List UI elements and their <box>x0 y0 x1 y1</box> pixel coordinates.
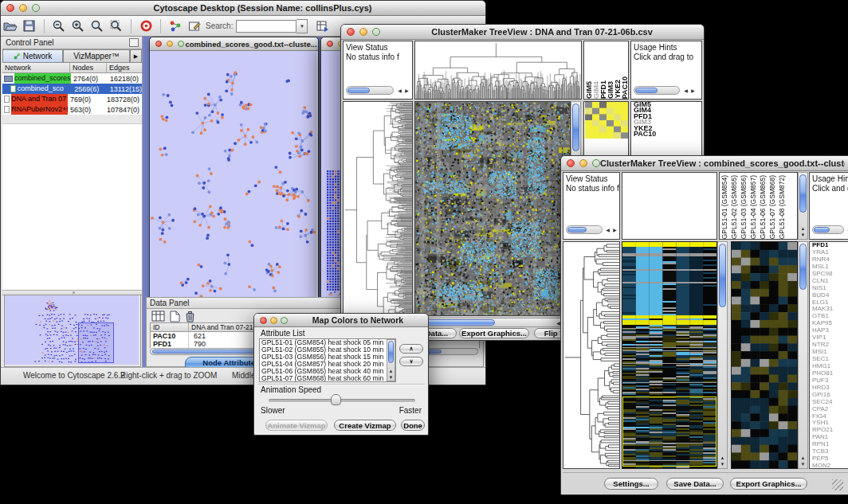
resize-grip[interactable] <box>832 479 843 490</box>
heatmap-pane[interactable] <box>414 101 571 316</box>
tab-overflow-button[interactable]: ▶ <box>130 49 142 63</box>
minimize-button[interactable] <box>167 41 173 47</box>
zoom-fit-icon[interactable] <box>88 18 106 34</box>
network-view-title-bar[interactable]: combined_scores_good.txt--cluste... <box>150 37 318 51</box>
column-dendrogram-canvas[interactable] <box>415 41 581 99</box>
scroll-down-icon[interactable]: ▼ <box>387 374 395 381</box>
attribute-item[interactable]: GPL51-07 (GSM868) heat shock 60 min <box>260 375 395 382</box>
scroll-right-icon[interactable]: ▶ <box>611 227 618 233</box>
maximize-button[interactable] <box>32 4 40 12</box>
close-button[interactable] <box>6 4 14 12</box>
view-status-scrollbar[interactable] <box>346 86 394 95</box>
scroll-up-icon[interactable]: ▲ <box>799 455 807 461</box>
column-labels-scrollbar[interactable]: ▲ ▼ <box>798 172 808 240</box>
close-button[interactable] <box>260 317 267 324</box>
gene-labels-pane[interactable]: PFD1YRA1RNR4MSL1SPC98CLN1NIS1BUD4ELG1MAK… <box>809 241 848 469</box>
save-data-button[interactable]: Save Data... <box>666 478 724 490</box>
row-dendrogram-pane[interactable] <box>563 241 620 469</box>
move-down-button[interactable]: ∨ <box>399 357 423 366</box>
scroll-right-icon[interactable]: ▶ <box>689 88 697 94</box>
move-up-button[interactable]: ∧ <box>399 344 423 354</box>
animate-vizmap-button[interactable]: Animate Vizmap <box>265 420 328 431</box>
done-button[interactable]: Done <box>401 420 425 431</box>
zoom-heatmap-canvas[interactable] <box>732 242 797 468</box>
import-table-icon[interactable] <box>314 18 332 34</box>
zoom-selected-icon[interactable] <box>108 18 125 34</box>
column-dendrogram-pane[interactable] <box>622 172 717 240</box>
heatmap-canvas[interactable] <box>622 242 716 468</box>
birdseye-canvas[interactable] <box>5 295 139 365</box>
scrollbar-thumb[interactable] <box>347 88 370 93</box>
column-header-edges[interactable]: Edges <box>107 63 142 72</box>
scroll-down-icon[interactable]: ▼ <box>719 461 726 467</box>
save-icon[interactable] <box>21 18 38 34</box>
scroll-up-icon[interactable]: ▲ <box>719 455 726 461</box>
scroll-left-icon[interactable]: ◀ <box>604 227 611 233</box>
row-dendrogram-canvas[interactable] <box>563 242 619 468</box>
scrollbar-thumb[interactable] <box>572 104 579 151</box>
network-row[interactable]: DNA and Tran 07 769(0) 183728(0) <box>2 94 142 104</box>
network-row[interactable]: RNAPuberNov2+I 563(0) 107847(0) <box>2 104 142 115</box>
network-row[interactable]: combined_scores 2764(0) 16218(0) <box>2 73 142 84</box>
tab-network[interactable]: Network <box>2 49 63 63</box>
scroll-right-icon[interactable]: ▶ <box>403 88 410 94</box>
animation-speed-slider[interactable] <box>269 399 415 403</box>
view-status-scrollbar[interactable] <box>566 225 603 234</box>
scrollbar-thumb[interactable] <box>635 88 658 93</box>
heatmap-pane[interactable] <box>622 241 717 469</box>
maximize-button[interactable] <box>372 28 380 36</box>
scroll-left-icon[interactable]: ◀ <box>682 88 689 94</box>
close-button[interactable] <box>155 41 162 47</box>
minimize-button[interactable] <box>359 28 367 36</box>
birdseye-view[interactable] <box>4 295 141 367</box>
maximize-button[interactable] <box>178 41 184 47</box>
zoom-out-icon[interactable] <box>50 18 68 34</box>
close-button[interactable] <box>327 41 333 47</box>
zoom-in-icon[interactable] <box>69 18 87 34</box>
slider-thumb[interactable] <box>331 394 341 405</box>
usage-hints-scrollbar[interactable] <box>634 86 680 95</box>
float-panel-icon[interactable] <box>129 38 139 47</box>
search-input[interactable] <box>236 20 296 33</box>
scrollbar-thumb[interactable] <box>719 244 726 307</box>
tab-vizmapper[interactable]: VizMapper™ <box>63 49 130 63</box>
help-lifesaver-icon[interactable] <box>137 18 155 34</box>
close-button[interactable] <box>567 159 575 167</box>
minimize-button[interactable] <box>270 317 277 324</box>
column-header-nodes[interactable]: Nodes <box>70 63 107 72</box>
scrollbar-thumb[interactable] <box>388 341 394 363</box>
heatmap-vertical-scrollbar[interactable]: ▲ ▼ <box>717 241 728 469</box>
close-button[interactable] <box>347 28 355 36</box>
row-dendrogram-pane[interactable] <box>343 101 413 328</box>
search-dropdown-icon[interactable]: ▼ <box>296 19 308 33</box>
zoom-heatmap-pane[interactable] <box>731 241 798 469</box>
minimize-button[interactable] <box>579 159 587 167</box>
network-canvas[interactable] <box>150 51 316 299</box>
zoom-heatmap-canvas[interactable] <box>585 102 628 139</box>
row-dendrogram-canvas[interactable] <box>344 102 412 327</box>
scroll-down-icon[interactable]: ▼ <box>799 232 807 238</box>
scrollbar-thumb[interactable] <box>799 244 807 290</box>
scroll-down-icon[interactable]: ▼ <box>799 461 807 467</box>
heatmap-canvas[interactable] <box>415 102 570 315</box>
minimize-button[interactable] <box>19 4 27 12</box>
scroll-left-icon[interactable]: ◀ <box>396 88 403 94</box>
annotation-icon[interactable] <box>186 18 203 34</box>
create-vizmap-button[interactable]: Create Vizmap <box>334 420 396 431</box>
attribute-listbox[interactable]: GPL51-01 (GSM854) heat shock 05 minGPL51… <box>259 338 396 382</box>
scrollbar-thumb[interactable] <box>814 227 830 232</box>
heatmap-horizontal-scrollbar[interactable]: ◀ ▶ <box>414 318 571 327</box>
scrollbar-thumb[interactable] <box>567 227 587 232</box>
listbox-scrollbar[interactable]: ▲ ▼ <box>387 339 395 381</box>
export-graphics-button[interactable]: Export Graphics... <box>459 328 529 338</box>
network-nodes-icon[interactable] <box>167 18 184 34</box>
open-file-icon[interactable] <box>2 18 19 34</box>
scrollbar-thumb[interactable] <box>799 174 807 213</box>
column-dendrogram-pane[interactable] <box>414 41 582 100</box>
scroll-up-icon[interactable]: ▲ <box>799 225 807 232</box>
network-row[interactable]: combined_sco 2569(6) 13112(15) <box>2 84 142 94</box>
settings-button[interactable]: Settings... <box>604 478 658 490</box>
treeview-combined-title-bar[interactable]: ClusterMaker TreeView : combined_scores_… <box>561 156 848 171</box>
scroll-up-icon[interactable]: ▲ <box>387 368 395 374</box>
dialog-title-bar[interactable]: Map Colors to Network <box>254 314 428 327</box>
